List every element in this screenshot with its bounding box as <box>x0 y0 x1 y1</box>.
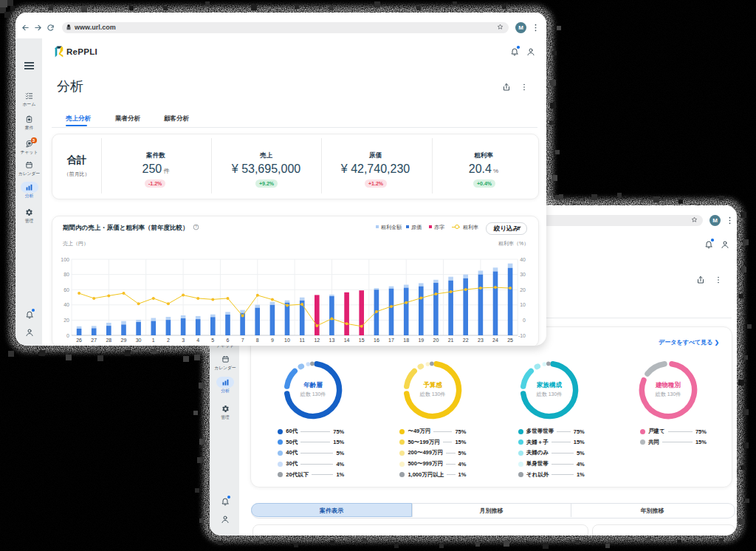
svg-text:19: 19 <box>418 338 424 343</box>
svg-text:4: 4 <box>196 338 199 343</box>
svg-text:2: 2 <box>167 338 170 343</box>
svg-text:14: 14 <box>344 338 350 343</box>
svg-text:20: 20 <box>433 338 439 343</box>
svg-text:40: 40 <box>520 257 526 262</box>
svg-text:15: 15 <box>359 338 365 343</box>
svg-text:10: 10 <box>520 302 526 307</box>
svg-text:12: 12 <box>314 338 320 343</box>
svg-text:13: 13 <box>329 338 335 343</box>
svg-text:100: 100 <box>61 257 69 262</box>
svg-text:24: 24 <box>492 338 498 343</box>
svg-text:-10: -10 <box>518 333 526 338</box>
svg-text:23: 23 <box>478 338 484 343</box>
svg-text:0: 0 <box>66 333 69 338</box>
svg-text:7: 7 <box>241 338 244 343</box>
svg-text:30: 30 <box>136 338 142 343</box>
svg-text:40: 40 <box>63 302 69 307</box>
svg-text:3: 3 <box>182 338 185 343</box>
svg-text:80: 80 <box>63 272 69 277</box>
svg-text:17: 17 <box>388 338 394 343</box>
svg-text:27: 27 <box>91 338 97 343</box>
svg-text:5: 5 <box>211 338 214 343</box>
svg-text:60: 60 <box>63 287 69 292</box>
svg-text:20: 20 <box>63 318 69 323</box>
svg-text:30: 30 <box>520 272 526 277</box>
svg-text:9: 9 <box>271 338 274 343</box>
svg-text:22: 22 <box>463 338 469 343</box>
svg-text:26: 26 <box>76 338 82 343</box>
svg-text:20: 20 <box>520 287 526 292</box>
svg-text:11: 11 <box>300 338 305 343</box>
svg-text:6: 6 <box>227 338 230 343</box>
svg-text:8: 8 <box>256 338 259 343</box>
svg-text:28: 28 <box>106 338 111 343</box>
svg-text:25: 25 <box>507 338 513 343</box>
svg-text:18: 18 <box>403 338 409 343</box>
svg-text:16: 16 <box>374 338 379 343</box>
svg-text:1: 1 <box>152 338 155 343</box>
svg-text:29: 29 <box>121 338 127 343</box>
svg-text:10: 10 <box>284 338 290 343</box>
svg-text:0: 0 <box>523 318 526 323</box>
svg-text:21: 21 <box>448 338 454 343</box>
